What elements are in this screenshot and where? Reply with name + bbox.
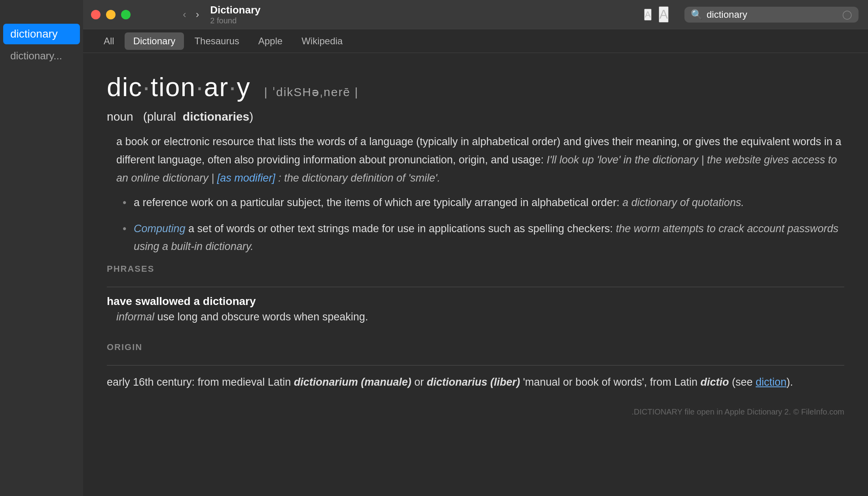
font-size-controls: A A [644, 6, 669, 23]
pronunciation: | ˈdikSHəˌnerē | [264, 85, 358, 98]
maximize-button[interactable] [121, 10, 131, 19]
word-title: dic·tion·ar·y | ˈdikSHəˌnerē | [107, 72, 358, 102]
search-bar: 🔍 ◯ [684, 7, 859, 23]
increase-font-button[interactable]: A [659, 6, 669, 23]
diction-link[interactable]: diction [756, 376, 787, 388]
part-of-speech: noun (plural dictionaries) [107, 110, 844, 123]
phrases-section: PHRASES have swallowed a dictionary info… [107, 264, 844, 323]
minimize-button[interactable] [106, 10, 116, 19]
origin-section: ORIGIN early 16th century: from medieval… [107, 342, 844, 392]
category-label: Computing [134, 223, 186, 235]
tab-all[interactable]: All [95, 32, 123, 50]
tab-apple[interactable]: Apple [250, 32, 291, 50]
phrase-definition: informal use long and obscure words when… [107, 311, 844, 323]
tab-wikipedia[interactable]: Wikipedia [293, 32, 351, 50]
back-button[interactable]: ‹ [180, 7, 190, 22]
window-controls [83, 0, 166, 29]
footer-note: .DICTIONARY file open in Apple Dictionar… [107, 407, 844, 420]
main-panel: ‹ › Dictionary 2 found A A 🔍 ◯ All Dicti… [83, 0, 868, 496]
sub-definitions: a reference work on a particular subject… [107, 194, 844, 256]
origin-text: early 16th century: from medieval Latin … [107, 373, 844, 392]
window-subtitle: 2 found [210, 16, 237, 25]
origin-title: ORIGIN [107, 342, 844, 352]
search-icon: 🔍 [691, 9, 703, 20]
search-clear-button[interactable]: ◯ [842, 9, 852, 20]
tab-thesaurus[interactable]: Thesaurus [186, 32, 248, 50]
search-input[interactable] [707, 9, 838, 20]
modifier: [as modifier] [217, 172, 279, 184]
content-area: dic·tion·ar·y | ˈdikSHəˌnerē | noun (plu… [83, 53, 868, 496]
sub-def-2: Computing a set of words or other text s… [123, 220, 844, 256]
sidebar-item-dictionary-ellipsis[interactable]: dictionary... [3, 46, 80, 66]
phrases-title: PHRASES [107, 264, 844, 274]
nav-arrows: ‹ › [180, 7, 202, 22]
forward-button[interactable]: › [193, 7, 203, 22]
sidebar-item-dictionary[interactable]: dictionary [3, 24, 80, 44]
phrase-title: have swallowed a dictionary [107, 295, 844, 308]
close-button[interactable] [91, 10, 100, 19]
sub-def-1: a reference work on a particular subject… [123, 194, 844, 212]
tabs-bar: All Dictionary Thesaurus Apple Wikipedia [83, 29, 868, 53]
word-heading: dic·tion·ar·y | ˈdikSHəˌnerē | [107, 72, 844, 102]
window-title: Dictionary [210, 4, 260, 16]
sidebar: dictionary dictionary... [0, 0, 83, 496]
title-block: Dictionary 2 found [210, 4, 260, 25]
main-definition: a book or electronic resource that lists… [107, 133, 844, 187]
phrases-divider [107, 287, 844, 287]
origin-divider [107, 365, 844, 365]
tab-dictionary[interactable]: Dictionary [125, 32, 184, 50]
decrease-font-button[interactable]: A [644, 9, 652, 21]
titlebar: ‹ › Dictionary 2 found A A 🔍 ◯ [83, 0, 868, 29]
